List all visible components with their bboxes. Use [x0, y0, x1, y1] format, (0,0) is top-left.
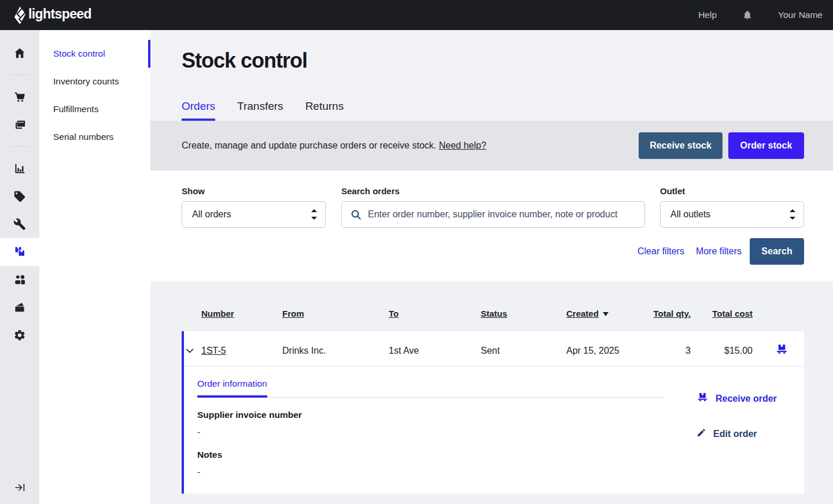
tab-transfers[interactable]: Transfers	[237, 100, 283, 121]
notes-label: Notes	[197, 449, 804, 461]
edit-order-label: Edit order	[713, 429, 757, 439]
column-header-number[interactable]: Number	[201, 309, 234, 318]
sidebar-item-label: Fulfillments	[53, 104, 98, 114]
register-icon	[13, 118, 26, 131]
notes-value: -	[197, 466, 804, 479]
rail-divider	[11, 75, 28, 75]
user-menu[interactable]: Your Name	[778, 10, 823, 20]
order-number-link[interactable]: 1ST-5	[201, 346, 226, 355]
cell-total-qty: 3	[634, 346, 691, 356]
collapse-row-button[interactable]	[184, 346, 201, 356]
brand-wordmark: lightspeed	[28, 8, 91, 23]
cell-from: Drinks Inc.	[282, 346, 389, 356]
cell-to: 1st Ave	[389, 346, 481, 356]
tab-order-information[interactable]: Order information	[197, 377, 267, 398]
rail-item-register[interactable]	[0, 111, 39, 139]
detail-tabs: Order information	[197, 377, 664, 398]
topbar-right: Help Your Name	[698, 10, 823, 20]
page-title: Stock control	[182, 49, 307, 73]
order-card: 1ST-5 Drinks Inc. 1st Ave Sent Apr 15, 2…	[182, 331, 804, 494]
need-help-link[interactable]: Need help?	[439, 140, 486, 150]
more-filters-link[interactable]: More filters	[696, 246, 742, 257]
order-actions: Receive order Edit order	[696, 391, 777, 440]
sidebar-item-stock-control[interactable]: Stock control	[39, 40, 150, 68]
show-select[interactable]: All orders	[182, 201, 326, 228]
stepper-icon	[790, 209, 795, 220]
rail-item-cash-drawer[interactable]	[0, 294, 39, 321]
column-header-total-cost[interactable]: Total cost	[712, 309, 753, 318]
sidebar-item-label: Serial numbers	[53, 132, 113, 142]
wrench-icon	[13, 218, 26, 231]
search-icon	[342, 209, 368, 220]
cart-icon	[13, 91, 26, 103]
tag-icon	[13, 190, 26, 203]
expand-sidebar-button[interactable]	[0, 478, 39, 499]
gear-icon	[13, 329, 26, 342]
pallet-icon	[775, 343, 788, 358]
info-banner: Create, manage and update purchase order…	[150, 121, 833, 171]
people-icon	[13, 273, 26, 286]
tab-orders[interactable]: Orders	[182, 100, 215, 121]
page-tabs: Orders Transfers Returns	[182, 100, 344, 121]
search-button[interactable]: Search	[750, 238, 804, 265]
lightspeed-flame-icon	[14, 6, 26, 24]
show-select-value: All orders	[182, 209, 231, 220]
search-orders-box	[341, 201, 645, 228]
icon-rail	[0, 30, 39, 504]
rail-item-catalog[interactable]	[0, 183, 39, 210]
column-header-status[interactable]: Status	[481, 309, 507, 318]
edit-order-action[interactable]: Edit order	[696, 428, 777, 440]
sidebar-item-inventory-counts[interactable]: Inventory counts	[39, 68, 150, 95]
rail-item-tools[interactable]	[0, 210, 39, 238]
lightspeed-logo[interactable]: lightspeed	[14, 6, 91, 24]
order-row: 1ST-5 Drinks Inc. 1st Ave Sent Apr 15, 2…	[184, 331, 804, 366]
rail-item-sell[interactable]	[0, 83, 39, 111]
cell-created: Apr 15, 2025	[566, 346, 634, 356]
main-content: Stock control Orders Transfers Returns C…	[150, 30, 833, 504]
home-icon	[13, 47, 26, 60]
column-header-total-qty[interactable]: Total qty.	[654, 309, 691, 318]
outlet-select[interactable]: All outlets	[660, 201, 804, 228]
pencil-icon	[696, 428, 706, 440]
help-link[interactable]: Help	[698, 10, 717, 20]
stepper-icon	[311, 209, 317, 220]
cell-status: Sent	[481, 346, 566, 356]
banner-buttons: Receive stock Order stock	[639, 132, 804, 159]
rail-item-reporting[interactable]	[0, 155, 39, 183]
sidebar-item-label: Stock control	[53, 49, 105, 59]
rail-item-customers[interactable]	[0, 266, 39, 294]
bar-chart-icon	[13, 162, 26, 175]
receive-order-action[interactable]: Receive order	[696, 391, 777, 406]
column-header-created[interactable]: Created	[566, 309, 599, 318]
cell-total-cost: $15.00	[691, 346, 753, 356]
chevron-down-icon	[186, 346, 194, 356]
clear-filters-link[interactable]: Clear filters	[637, 246, 684, 257]
sort-desc-icon	[603, 312, 609, 316]
order-stock-button[interactable]: Order stock	[728, 132, 804, 159]
receive-stock-button[interactable]: Receive stock	[639, 132, 723, 159]
banner-text: Create, manage and update purchase order…	[182, 140, 486, 151]
orders-table-section: Number From To Status Created Total qty.…	[150, 281, 833, 504]
receive-order-label: Receive order	[716, 394, 777, 404]
rail-item-settings[interactable]	[0, 321, 39, 349]
sidebar-item-label: Inventory counts	[53, 76, 119, 87]
search-orders-input[interactable]	[368, 209, 644, 220]
tab-returns[interactable]: Returns	[305, 100, 344, 121]
receive-order-icon-button[interactable]	[753, 343, 804, 358]
column-header-to[interactable]: To	[389, 309, 399, 318]
banner-message: Create, manage and update purchase order…	[182, 140, 436, 150]
notifications-bell-icon[interactable]	[742, 10, 753, 20]
sidebar-item-fulfillments[interactable]: Fulfillments	[39, 95, 150, 123]
topbar: lightspeed Help Your Name	[0, 0, 833, 30]
inventory-boxes-icon	[13, 245, 27, 259]
filters-panel: Show All orders Search orders	[150, 171, 833, 281]
column-header-from[interactable]: From	[282, 309, 304, 318]
page-header: Stock control Orders Transfers Returns	[150, 30, 833, 121]
rail-divider	[11, 146, 28, 147]
rail-item-inventory[interactable]	[0, 238, 39, 266]
table-header-row: Number From To Status Created Total qty.…	[182, 308, 804, 320]
sidebar-item-serial-numbers[interactable]: Serial numbers	[39, 123, 150, 151]
show-label: Show	[182, 186, 326, 197]
rail-item-home[interactable]	[0, 39, 39, 67]
secondary-sidebar: Stock control Inventory counts Fulfillme…	[39, 30, 150, 504]
